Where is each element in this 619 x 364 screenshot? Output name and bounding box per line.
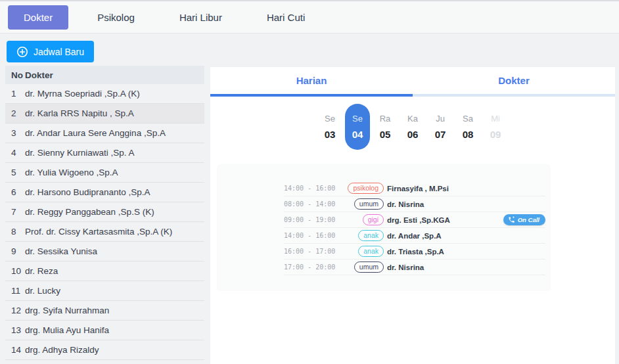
weekday-date: 06: [407, 129, 419, 140]
doctor-row-number: 6: [5, 187, 25, 197]
doctor-row-number: 12: [5, 306, 25, 315]
category-badge: umum: [354, 198, 384, 210]
schedule-time: 08:00 - 14:00: [284, 200, 335, 208]
doctor-row-name: dr. Karla RRS Napitu , Sp.A: [25, 108, 134, 118]
weekday-cell[interactable]: Se 04: [345, 104, 370, 150]
doctor-row[interactable]: 2 dr. Karla RRS Napitu , Sp.A: [5, 104, 204, 124]
top-tab[interactable]: Psikolog: [81, 5, 150, 30]
weekday-date: 09: [490, 129, 501, 140]
weekday-name: Ka: [407, 114, 418, 124]
weekday-cell[interactable]: Ka 06: [400, 104, 425, 150]
weekday-cell[interactable]: Sa 08: [455, 104, 480, 150]
schedule-row[interactable]: 16:00 - 17:00 anak dr. Triasta ,Sp.A: [284, 244, 545, 260]
schedule-time: 14:00 - 16:00: [284, 232, 335, 239]
schedule-doctor-name: drg. Esti ,Sp.KGA: [387, 216, 450, 224]
schedule-row[interactable]: 08:00 - 14:00 umum dr. Nisrina: [284, 196, 545, 212]
weekday-date: 08: [463, 129, 474, 140]
weekday-cell[interactable]: Se 03: [317, 104, 342, 150]
category-badge: anak: [358, 230, 384, 242]
doctor-row-name: Prof. dr. Cissy Kartasasmita ,Sp.A (K): [25, 227, 172, 237]
doctor-row-number: 14: [5, 345, 25, 355]
doctor-row-name: dr. Myrna Soepriadi ,Sp.A (K): [25, 89, 140, 99]
doctor-row[interactable]: 11 dr. Lucky: [5, 281, 204, 301]
category-badge: psikolog: [348, 183, 384, 194]
schedule-row[interactable]: 14:00 - 16:00 psikolog Firnasyifa , M.Ps…: [284, 181, 545, 196]
weekday-name: Se: [325, 114, 335, 124]
doctor-row-number: 10: [5, 266, 25, 276]
doctor-row-name: dr. Sessika Yunisa: [25, 246, 97, 256]
doctor-row-number: 9: [5, 246, 25, 256]
weekday-date: 05: [380, 129, 391, 140]
weekday-name: Ju: [436, 114, 445, 124]
doctor-row[interactable]: 1 dr. Myrna Soepriadi ,Sp.A (K): [5, 84, 204, 104]
category-badge: anak: [358, 246, 384, 258]
doctor-row[interactable]: 14 drg. Adhya Rizaldy: [5, 340, 204, 360]
weekday-cell[interactable]: Ju 07: [428, 104, 453, 150]
doctor-table: No Dokter 1 dr. Myrna Soepriadi ,Sp.A (K…: [5, 66, 204, 364]
panel-tab[interactable]: Harian: [210, 67, 413, 97]
doctor-row-number: 13: [5, 325, 25, 335]
schedule-doctor-name: dr. Nisrina: [387, 263, 424, 271]
doctor-row-name: drg. Syifa Nurrahman: [25, 306, 109, 315]
schedule-list: 14:00 - 16:00 psikolog Firnasyifa , M.Ps…: [284, 164, 545, 275]
top-tab-label: Psikolog: [97, 12, 135, 23]
doctor-row-number: 2: [5, 108, 25, 118]
top-tab-bar: Dokter Psikolog Hari Libur Hari Cuti: [0, 0, 619, 34]
top-tab-label: Hari Libur: [179, 12, 222, 23]
doctor-row-name: dr. Yulia Wigoeno ,Sp.A: [25, 168, 118, 177]
doctor-row[interactable]: 13 drg. Mulia Ayu Hanifa: [5, 321, 204, 340]
schedule-time: 14:00 - 16:00: [284, 185, 335, 192]
category-badge: gigi: [363, 214, 384, 226]
doctor-row-number: 11: [5, 286, 25, 296]
doctor-row[interactable]: 8 Prof. dr. Cissy Kartasasmita ,Sp.A (K): [5, 222, 204, 242]
schedule-doctor-name: Firnasyifa , M.Psi: [387, 185, 449, 193]
doctor-row[interactable]: 3 dr. Andar Laura Sere Anggina ,Sp.A: [5, 124, 204, 143]
schedule-row[interactable]: 09:00 - 19:00 gigi drg. Esti ,Sp.KGA On …: [284, 212, 545, 228]
doctor-row[interactable]: 5 dr. Yulia Wigoeno ,Sp.A: [5, 163, 204, 183]
new-schedule-button[interactable]: Jadwal Baru: [7, 41, 94, 62]
weekday-cell[interactable]: Mi 09: [483, 104, 508, 150]
weekday-date: 03: [325, 129, 336, 140]
weekday-cell[interactable]: Ra 05: [373, 104, 398, 150]
doctor-row-name: dr. Andar Laura Sere Anggina ,Sp.A: [25, 128, 166, 138]
doctor-row-name: dr. Reza: [25, 266, 58, 276]
doctor-row-name: dr. Lucky: [25, 286, 60, 296]
daily-schedule-section: 14:00 - 16:00 psikolog Firnasyifa , M.Ps…: [217, 164, 551, 291]
schedule-row[interactable]: 17:00 - 20:00 umum dr. Nisrina: [284, 260, 545, 275]
weekday-name: Se: [352, 114, 363, 124]
top-tab-label: Dokter: [24, 12, 53, 23]
category-badge: umum: [354, 262, 384, 273]
doctor-row-number: 3: [5, 128, 25, 138]
doctor-row-name: dr. Harsono Budiprananto ,Sp.A: [25, 187, 150, 197]
doctor-row-name: dr. Sienny Kurniawati ,Sp. A: [25, 148, 135, 158]
panel-tab[interactable]: Dokter: [413, 67, 615, 97]
doctor-row-name: drg. Mulia Ayu Hanifa: [25, 325, 109, 335]
doctor-row[interactable]: 7 dr. Reggy Panggabean ,Sp.S (K): [5, 202, 204, 222]
doctor-row[interactable]: 10 dr. Reza: [5, 262, 204, 281]
on-call-badge: On Call: [503, 214, 545, 225]
top-tab-label: Hari Cuti: [267, 12, 305, 23]
plus-circle-icon: [16, 46, 28, 58]
schedule-doctor-name: dr. Triasta ,Sp.A: [387, 248, 444, 256]
schedule-row[interactable]: 14:00 - 16:00 anak dr. Andar ,Sp.A: [284, 228, 545, 244]
doctor-row[interactable]: 12 drg. Syifa Nurrahman: [5, 301, 204, 321]
weekday-name: Sa: [463, 114, 473, 124]
doctor-rows: 1 dr. Myrna Soepriadi ,Sp.A (K) 2 dr. Ka…: [5, 84, 204, 360]
doctor-row[interactable]: 9 dr. Sessika Yunisa: [5, 242, 204, 262]
schedule-time: 16:00 - 17:00: [284, 248, 335, 255]
new-schedule-button-label: Jadwal Baru: [34, 47, 84, 57]
doctor-row[interactable]: 6 dr. Harsono Budiprananto ,Sp.A: [5, 183, 204, 202]
schedule-time: 17:00 - 20:00: [284, 263, 335, 271]
doctor-row-number: 1: [5, 89, 25, 99]
doctor-row-number: 8: [5, 227, 25, 237]
week-selector: Se 03 Se 04 Ra 05 Ka 06 Ju 07 Sa 08 Mi 0…: [210, 104, 615, 150]
top-tab[interactable]: Dokter: [8, 5, 68, 30]
top-tab[interactable]: Hari Cuti: [251, 5, 321, 30]
doctor-row-number: 7: [5, 207, 25, 217]
schedule-doctor-name: dr. Nisrina: [387, 200, 424, 208]
doctor-row[interactable]: 4 dr. Sienny Kurniawati ,Sp. A: [5, 143, 204, 163]
schedule-panel: Harian Dokter Se 03 Se 04 Ra 05 Ka 06 Ju…: [210, 67, 615, 364]
doctor-row-number: 4: [5, 148, 25, 158]
on-call-label: On Call: [518, 216, 539, 223]
top-tab[interactable]: Hari Libur: [164, 5, 238, 30]
